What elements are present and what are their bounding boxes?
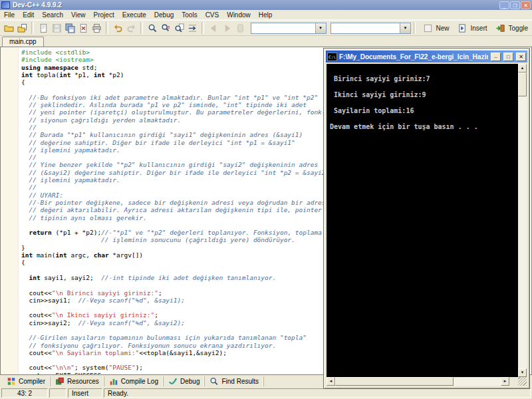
button-label: Toggle bbox=[509, 25, 528, 32]
tab-label: Debug bbox=[180, 378, 200, 385]
app-icon bbox=[1, 1, 10, 9]
debug-icon bbox=[168, 376, 178, 386]
restore-icon[interactable] bbox=[510, 1, 520, 9]
toggle-bookmark-button[interactable]: Toggle bbox=[491, 21, 532, 35]
redo-button[interactable] bbox=[124, 21, 138, 35]
save-button[interactable] bbox=[50, 21, 63, 35]
scroll-up-icon[interactable] bbox=[518, 64, 527, 72]
new-source-icon bbox=[38, 23, 49, 33]
console-line bbox=[330, 67, 518, 75]
code-line bbox=[21, 304, 329, 311]
toolbar-separator bbox=[106, 22, 108, 34]
find-in-files-icon bbox=[174, 23, 184, 33]
status-message: Ready. bbox=[104, 388, 531, 398]
open-file-button[interactable] bbox=[2, 21, 15, 35]
menu-edit[interactable]: Edit bbox=[19, 11, 38, 19]
code-line: //-Girilen sayıların topamının bulunması… bbox=[21, 334, 329, 341]
resize-grip[interactable] bbox=[518, 377, 527, 386]
open-project-button[interactable] bbox=[15, 21, 29, 35]
console-vertical-scrollbar[interactable] bbox=[518, 64, 527, 377]
compile-log-icon bbox=[109, 376, 118, 386]
report-tab-resources[interactable]: Resources bbox=[51, 376, 104, 386]
code-line: // işlemini yapmaktadır. bbox=[21, 146, 329, 154]
new-bookmark-button[interactable]: New bbox=[418, 21, 453, 35]
report-tab-compile-log[interactable]: Compile Log bbox=[104, 376, 164, 386]
console-line bbox=[330, 99, 518, 107]
console-horizontal-scrollbar[interactable] bbox=[327, 377, 509, 386]
resources-icon bbox=[55, 376, 65, 386]
scroll-down-icon[interactable] bbox=[518, 368, 527, 377]
close-file-button[interactable] bbox=[76, 21, 90, 35]
tab-label: Find Results bbox=[221, 378, 259, 385]
svg-text:a: a bbox=[167, 24, 170, 29]
chevron-down-icon[interactable] bbox=[315, 23, 326, 33]
code-line: // bbox=[21, 184, 329, 191]
tab-label: Resources bbox=[67, 378, 99, 385]
console-line: Sayilarin toplami:16 bbox=[330, 107, 518, 115]
undo-button[interactable] bbox=[111, 21, 124, 35]
print-button[interactable] bbox=[90, 21, 103, 35]
report-tab-debug[interactable]: Debug bbox=[164, 376, 205, 386]
tab-main-cpp[interactable]: main.cpp bbox=[2, 37, 44, 47]
code-line: // Yine benzer şekilde "*p2" kullanıcını… bbox=[21, 161, 329, 168]
forward-icon bbox=[221, 23, 232, 33]
horizontal-scroll-thumb[interactable] bbox=[335, 377, 454, 386]
menu-debug[interactable]: Debug bbox=[150, 11, 178, 19]
insert-bookmark-icon bbox=[458, 23, 468, 33]
scroll-right-icon[interactable] bbox=[501, 377, 509, 386]
close-icon[interactable] bbox=[521, 1, 531, 9]
menu-project[interactable]: Project bbox=[90, 11, 118, 19]
code-line: //-Bu fonksiyon iki adet parametre almak… bbox=[21, 94, 329, 101]
menu-cvs[interactable]: CVS bbox=[201, 11, 223, 19]
open-file-icon bbox=[3, 23, 14, 33]
console-title-bar[interactable]: C:\ F:\My_Documents_For_F\22_e-bergi_Ici… bbox=[326, 51, 527, 63]
new-source-button[interactable] bbox=[37, 21, 50, 35]
code-line bbox=[21, 267, 329, 274]
forward-button[interactable] bbox=[220, 21, 233, 35]
console-maximize-icon[interactable] bbox=[503, 53, 513, 61]
console-minimize-icon[interactable] bbox=[491, 53, 501, 61]
report-tab-compiler[interactable]: Compiler bbox=[2, 376, 51, 386]
code-line: // tipinin aynı olması gerekir. bbox=[21, 214, 329, 221]
menu-tools[interactable]: Tools bbox=[178, 11, 201, 19]
code-line: cout<<"\n\n"; system("PAUSE"); bbox=[21, 364, 329, 371]
save-all-button[interactable] bbox=[63, 21, 76, 35]
toolbar-separator bbox=[140, 22, 143, 34]
goto-line-button[interactable] bbox=[186, 21, 199, 35]
code-text: #include <cstdlib>#include <iostream>usi… bbox=[21, 49, 329, 375]
vertical-scroll-thumb[interactable] bbox=[518, 72, 527, 96]
button-label: New bbox=[436, 25, 449, 32]
cursor-position: 43: 2 bbox=[1, 388, 48, 398]
find-button[interactable] bbox=[146, 21, 159, 35]
new-bookmark-icon bbox=[422, 23, 433, 33]
console-close-icon[interactable] bbox=[516, 53, 526, 61]
menu-execute[interactable]: Execute bbox=[118, 11, 150, 19]
bookmark-button[interactable] bbox=[233, 21, 247, 35]
code-line: // değerine sahiptir. Diğer bir ifade il… bbox=[21, 139, 329, 146]
menu-view[interactable]: View bbox=[67, 11, 90, 19]
replace-button[interactable]: a bbox=[159, 21, 172, 35]
menu-help[interactable]: Help bbox=[255, 11, 277, 19]
minimize-icon[interactable] bbox=[499, 1, 509, 9]
back-button[interactable] bbox=[207, 21, 220, 35]
code-line: // Burada "*p1" kullanıcının girdiği "sa… bbox=[21, 131, 329, 138]
bookmark-icon bbox=[235, 23, 245, 33]
find-in-files-button[interactable] bbox=[172, 21, 186, 35]
compiler-combo[interactable] bbox=[251, 23, 327, 34]
chevron-down-icon[interactable] bbox=[400, 23, 410, 33]
find-results-icon bbox=[209, 376, 219, 386]
menu-window[interactable]: Window bbox=[223, 11, 255, 19]
title-bar[interactable]: Dev-C++ 4.9.9.2 bbox=[0, 0, 532, 10]
console-window[interactable]: C:\ F:\My_Documents_For_F\22_e-bergi_Ici… bbox=[323, 48, 530, 389]
compiler-icon bbox=[7, 376, 16, 386]
scroll-left-icon[interactable] bbox=[327, 377, 335, 386]
console-line: Birinci sayiyi giriniz:7 bbox=[330, 75, 518, 83]
menu-search[interactable]: Search bbox=[38, 11, 67, 19]
insert-bookmark-button[interactable]: Insert bbox=[454, 21, 491, 35]
class-browser-combo[interactable] bbox=[331, 23, 411, 34]
menu-file[interactable]: File bbox=[0, 11, 19, 19]
code-line: // işlemini yapmaktadır. bbox=[21, 176, 329, 184]
report-tab-find-results[interactable]: Find Results bbox=[205, 376, 264, 386]
save-icon bbox=[51, 23, 62, 33]
code-line: { bbox=[21, 78, 329, 86]
